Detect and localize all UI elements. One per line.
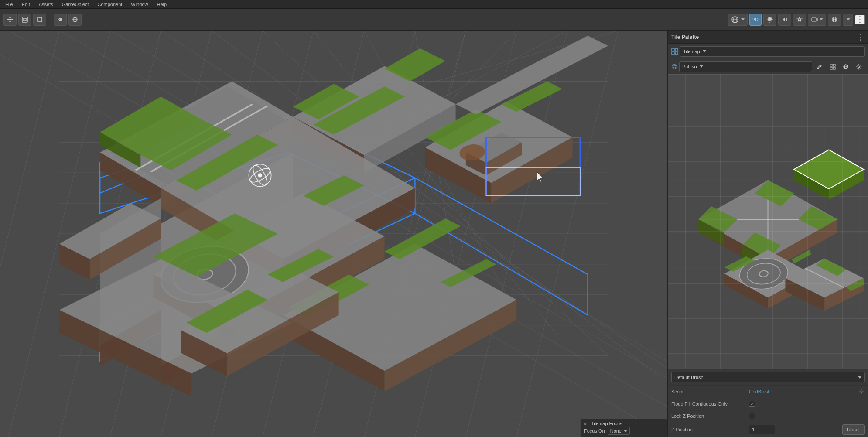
- globe-view-btn[interactable]: [828, 14, 841, 26]
- svg-rect-167: [833, 64, 835, 66]
- flood-fill-label: Flood Fill Contiguous Only: [671, 401, 745, 406]
- svg-point-172: [858, 66, 860, 68]
- scene-content: [0, 31, 667, 437]
- light-toggle-btn[interactable]: [763, 14, 776, 26]
- svg-rect-156: [672, 48, 674, 51]
- svg-rect-157: [675, 48, 678, 51]
- svg-point-161: [673, 65, 673, 66]
- tilemap-icon: [671, 48, 678, 55]
- menu-component[interactable]: Component: [96, 2, 124, 7]
- palette-dots-btn[interactable]: ⋮: [857, 33, 865, 41]
- tilemap-dropdown[interactable]: Tilemap: [680, 46, 865, 57]
- camera-btn[interactable]: [808, 14, 826, 26]
- effects-btn[interactable]: [793, 14, 806, 26]
- palette-canvas-grid: [668, 74, 868, 369]
- flood-fill-checkbox[interactable]: [749, 401, 755, 407]
- tilemap-dropdown-label: Tilemap: [683, 49, 700, 54]
- pal-iso-label: Pal Iso: [682, 64, 697, 69]
- 2d-btn[interactable]: 2D: [749, 14, 762, 26]
- svg-rect-2: [38, 17, 42, 22]
- audio-btn[interactable]: [778, 14, 791, 26]
- svg-rect-1: [24, 18, 26, 21]
- focus-none-dropdown[interactable]: None: [608, 427, 630, 435]
- brush-label: Default Brush: [674, 375, 704, 380]
- toolbar-sep-1: [50, 14, 50, 26]
- svg-point-162: [674, 65, 675, 65]
- tile-palette-panel: Tile Palette ⋮ Tilemap: [667, 31, 868, 437]
- tilemap-toolbar: Tilemap: [668, 44, 868, 59]
- pencil-tool-btn[interactable]: [814, 61, 825, 72]
- lock-z-label: Lock Z Position: [671, 413, 745, 419]
- script-label: Script: [671, 389, 745, 394]
- svg-rect-166: [830, 64, 832, 66]
- scene-viewport[interactable]: ≡ Tilemap Focus Focus On None: [0, 31, 667, 437]
- properties-panel: Default Brush Script GridBrush Flood Fil…: [668, 369, 868, 437]
- toolbar-sep-2: [85, 14, 85, 26]
- menu-file[interactable]: File: [3, 2, 15, 7]
- tilemap-focus-label: Tilemap Focus: [591, 421, 622, 426]
- svg-rect-0: [22, 17, 27, 22]
- palette-sub-toolbar: Pal Iso: [668, 59, 868, 74]
- grid-view-btn[interactable]: [827, 61, 838, 72]
- settings-palette-btn[interactable]: [853, 61, 865, 72]
- camera-chevron: [820, 18, 823, 20]
- palette-sub-icon: [671, 64, 677, 70]
- svg-point-153: [258, 173, 262, 177]
- z-position-input[interactable]: [749, 425, 775, 434]
- lock-z-row: Lock Z Position: [668, 410, 868, 422]
- svg-line-76: [0, 31, 59, 437]
- svg-point-165: [673, 67, 674, 68]
- 2d-label: 2D: [752, 17, 759, 22]
- tilemap-focus-icon: ≡: [584, 421, 587, 426]
- flood-fill-row: Flood Fill Contiguous Only: [668, 398, 868, 410]
- brush-row: Default Brush: [668, 369, 868, 386]
- menu-gameobject[interactable]: GameObject: [60, 2, 91, 7]
- rect-tool-btn[interactable]: [33, 14, 46, 26]
- brush-dropdown[interactable]: Default Brush: [671, 372, 865, 382]
- script-value[interactable]: GridBrush: [749, 389, 771, 394]
- toolbar-divider: [723, 12, 723, 27]
- circle-view-chevron: [741, 18, 745, 20]
- palette-canvas[interactable]: [668, 74, 868, 369]
- svg-point-164: [675, 67, 676, 68]
- svg-point-208: [861, 391, 862, 393]
- svg-rect-169: [833, 67, 835, 69]
- script-settings-icon[interactable]: [858, 389, 865, 395]
- main-content: ≡ Tilemap Focus Focus On None Tile Palet…: [0, 31, 868, 437]
- focus-chevron: [624, 430, 627, 432]
- tilemap-focus-bar: ≡ Tilemap Focus Focus On None: [580, 419, 667, 437]
- select-tool-btn[interactable]: [18, 14, 31, 26]
- move-tool-btn[interactable]: [3, 14, 17, 26]
- lock-z-checkbox[interactable]: [749, 413, 755, 419]
- menu-window[interactable]: Window: [129, 2, 150, 7]
- menu-help[interactable]: Help: [155, 2, 168, 7]
- z-position-row: Z Position Reset: [668, 422, 868, 437]
- focus-none-label: None: [610, 428, 622, 434]
- menu-assets[interactable]: Assets: [37, 2, 55, 7]
- viewport-more-btn[interactable]: ⋮: [855, 15, 865, 24]
- svg-rect-159: [675, 52, 678, 55]
- menu-bar: File Edit Assets GameObject Component Wi…: [0, 0, 868, 9]
- svg-rect-158: [672, 52, 674, 55]
- pivot-btn[interactable]: [54, 14, 67, 26]
- view-options-btn[interactable]: [843, 14, 853, 26]
- svg-rect-168: [830, 67, 832, 69]
- globe-palette-btn[interactable]: [840, 61, 851, 72]
- circle-view-btn[interactable]: [728, 14, 748, 26]
- menu-edit[interactable]: Edit: [20, 2, 32, 7]
- brush-dropdown-chevron: [858, 376, 861, 379]
- view-options-chevron: [847, 18, 850, 20]
- script-row: Script GridBrush: [668, 386, 868, 398]
- svg-point-163: [675, 65, 676, 66]
- main-toolbar: 2D ⋮: [0, 9, 868, 31]
- z-position-label: Z Position: [671, 427, 745, 432]
- local-btn[interactable]: [68, 14, 82, 26]
- pal-iso-chevron: [700, 65, 703, 68]
- svg-point-8: [768, 17, 772, 21]
- pal-iso-dropdown[interactable]: Pal Iso: [679, 61, 812, 72]
- reset-btn[interactable]: Reset: [842, 424, 865, 435]
- svg-point-4: [60, 19, 61, 20]
- focus-on-label: Focus On: [584, 428, 605, 434]
- tilemap-dropdown-chevron: [703, 50, 706, 52]
- palette-panel-header: Tile Palette ⋮: [668, 31, 868, 44]
